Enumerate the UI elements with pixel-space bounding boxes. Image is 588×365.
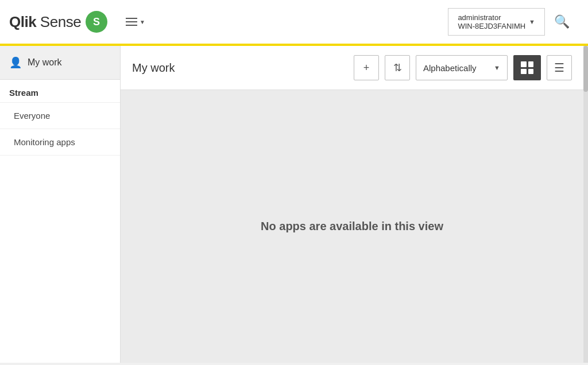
- list-icon: ☰: [554, 61, 564, 75]
- sidebar-item-everyone[interactable]: Everyone: [0, 103, 120, 129]
- sidebar-my-work-label: My work: [28, 57, 62, 68]
- sort-dropdown[interactable]: Alphabetically ▼: [416, 55, 508, 80]
- user-machine: WIN-8EJD3FANIMH: [458, 22, 525, 30]
- menu-chevron-icon: ▼: [140, 19, 145, 25]
- main-layout: 👤 My work Stream Everyone Monitoring app…: [0, 46, 588, 363]
- sidebar-item-my-work[interactable]: 👤 My work: [0, 46, 120, 80]
- user-info: administrator WIN-8EJD3FANIMH: [458, 13, 525, 30]
- sort-dropdown-chevron-icon: ▼: [494, 64, 500, 71]
- sidebar-item-monitoring-apps[interactable]: Monitoring apps: [0, 129, 120, 156]
- empty-message: No apps are available in this view: [261, 220, 443, 233]
- content-title: My work: [132, 61, 348, 75]
- sidebar: 👤 My work Stream Everyone Monitoring app…: [0, 46, 121, 363]
- logo-sense: Sense: [36, 13, 81, 30]
- sidebar-stream-label: Stream: [0, 80, 120, 103]
- logo-icon: S: [86, 11, 107, 33]
- sort-dropdown-label: Alphabetically: [423, 63, 477, 73]
- logo-area: Qlik Sense S: [9, 11, 107, 33]
- grid-icon: [521, 61, 533, 74]
- search-icon: 🔍: [554, 14, 570, 29]
- scrollbar[interactable]: [583, 46, 588, 363]
- header: Qlik Sense S ▼ administrator WIN-8EJD3FA…: [0, 0, 588, 46]
- logo-text: Qlik Sense: [9, 13, 81, 31]
- user-role: administrator: [458, 13, 501, 22]
- list-view-button[interactable]: ☰: [547, 55, 572, 80]
- grid-view-button[interactable]: [513, 55, 541, 80]
- user-chevron-icon: ▼: [529, 18, 535, 25]
- content-area: My work + ⇅ Alphabetically ▼ ☰ No apps a…: [121, 46, 583, 363]
- content-toolbar: My work + ⇅ Alphabetically ▼ ☰: [121, 46, 583, 90]
- sort-order-button[interactable]: ⇅: [385, 55, 410, 80]
- search-button[interactable]: 🔍: [545, 10, 579, 34]
- person-icon: 👤: [9, 56, 22, 69]
- user-area[interactable]: administrator WIN-8EJD3FANIMH ▼: [448, 8, 545, 36]
- sort-icon: ⇅: [393, 61, 402, 74]
- logo-qlik: Qlik: [9, 13, 36, 30]
- content-body: No apps are available in this view: [121, 90, 583, 363]
- hamburger-icon: [126, 18, 137, 26]
- add-button[interactable]: +: [354, 55, 379, 80]
- scroll-thumb[interactable]: [583, 46, 588, 92]
- menu-button[interactable]: ▼: [121, 13, 150, 30]
